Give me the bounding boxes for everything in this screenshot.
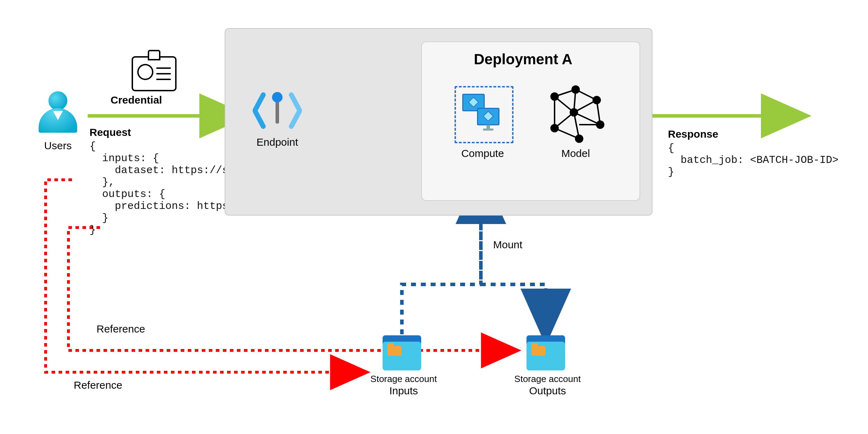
reference-label-1: Reference <box>97 323 145 335</box>
response-code: { batch_job: <BATCH-JOB-ID> } <box>668 142 839 178</box>
storage-outputs-icon <box>526 335 565 370</box>
storage-outputs-bottom: Outputs <box>511 385 584 397</box>
request-label: Request <box>90 126 131 138</box>
mount-label: Mount <box>493 239 522 251</box>
user-icon <box>39 91 77 133</box>
svg-point-17 <box>551 125 558 132</box>
svg-line-9 <box>574 112 600 125</box>
storage-inputs-icon <box>383 335 421 370</box>
compute-label: Compute <box>453 147 512 159</box>
svg-point-15 <box>597 121 604 128</box>
model-label: Model <box>548 147 604 159</box>
users-label: Users <box>28 140 88 152</box>
endpoint-icon <box>253 88 302 133</box>
deployment-title: Deployment A <box>474 51 572 68</box>
storage-outputs-top: Storage account <box>511 374 584 384</box>
svg-point-13 <box>572 86 579 93</box>
svg-point-18 <box>570 109 577 116</box>
diagram-canvas: Users Credential Request { inputs: { dat… <box>0 0 868 434</box>
model-icon <box>541 83 611 146</box>
storage-inputs-bottom: Inputs <box>369 385 439 397</box>
credential-label: Credential <box>111 94 162 106</box>
svg-point-12 <box>551 93 558 100</box>
response-label: Response <box>668 128 718 140</box>
compute-box <box>455 86 513 143</box>
reference-label-2: Reference <box>74 379 122 391</box>
svg-point-14 <box>593 97 600 104</box>
svg-point-16 <box>576 135 583 142</box>
credential-icon <box>132 56 177 91</box>
storage-inputs-top: Storage account <box>369 374 439 384</box>
endpoint-label: Endpoint <box>246 136 309 148</box>
